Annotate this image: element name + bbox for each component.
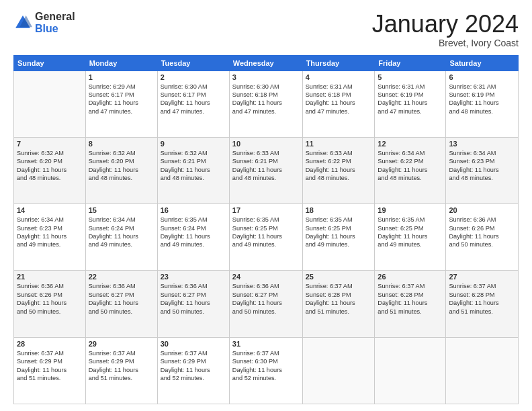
day-number: 7 (17, 140, 83, 148)
week-row-3: 21Sunrise: 6:36 AM Sunset: 6:26 PM Dayli… (14, 271, 519, 337)
header-day-tuesday: Tuesday (157, 55, 229, 71)
day-number: 2 (161, 73, 226, 81)
day-number: 12 (378, 140, 443, 148)
day-number: 31 (232, 340, 300, 348)
page: General Blue January 2024 Brevet, Ivory … (0, 0, 532, 411)
calendar-cell: 5Sunrise: 6:31 AM Sunset: 6:19 PM Daylig… (375, 71, 446, 137)
day-number: 6 (449, 73, 515, 81)
cell-info: Sunrise: 6:33 AM Sunset: 6:22 PM Dayligh… (306, 150, 355, 181)
day-number: 8 (89, 140, 154, 148)
calendar-cell (14, 71, 86, 137)
day-number: 18 (306, 206, 372, 214)
cell-info: Sunrise: 6:37 AM Sunset: 6:29 PM Dayligh… (161, 350, 210, 381)
day-number: 30 (161, 340, 226, 348)
calendar-cell: 19Sunrise: 6:35 AM Sunset: 6:25 PM Dayli… (375, 204, 446, 271)
header-row: SundayMondayTuesdayWednesdayThursdayFrid… (14, 55, 519, 71)
day-number: 11 (306, 140, 372, 148)
cell-info: Sunrise: 6:33 AM Sunset: 6:21 PM Dayligh… (232, 150, 282, 181)
calendar-cell (446, 337, 519, 404)
logo-text: General Blue (35, 11, 75, 34)
cell-info: Sunrise: 6:34 AM Sunset: 6:23 PM Dayligh… (449, 150, 498, 181)
header-day-wednesday: Wednesday (229, 55, 302, 71)
cell-info: Sunrise: 6:31 AM Sunset: 6:19 PM Dayligh… (378, 83, 427, 115)
day-number: 26 (378, 273, 443, 281)
cell-info: Sunrise: 6:32 AM Sunset: 6:21 PM Dayligh… (161, 150, 210, 181)
calendar-table: SundayMondayTuesdayWednesdayThursdayFrid… (13, 55, 519, 404)
calendar-cell: 13Sunrise: 6:34 AM Sunset: 6:23 PM Dayli… (446, 137, 519, 203)
location-subtitle: Brevet, Ivory Coast (372, 38, 519, 48)
calendar-body: 1Sunrise: 6:29 AM Sunset: 6:17 PM Daylig… (14, 71, 519, 404)
day-number: 5 (378, 73, 443, 81)
calendar-cell: 31Sunrise: 6:37 AM Sunset: 6:30 PM Dayli… (229, 337, 302, 404)
calendar-cell: 14Sunrise: 6:34 AM Sunset: 6:23 PM Dayli… (14, 204, 86, 271)
cell-info: Sunrise: 6:37 AM Sunset: 6:28 PM Dayligh… (449, 283, 498, 314)
calendar-cell: 27Sunrise: 6:37 AM Sunset: 6:28 PM Dayli… (446, 271, 519, 337)
cell-info: Sunrise: 6:34 AM Sunset: 6:22 PM Dayligh… (378, 150, 427, 181)
calendar-cell: 6Sunrise: 6:31 AM Sunset: 6:19 PM Daylig… (446, 71, 519, 137)
header: General Blue January 2024 Brevet, Ivory … (13, 11, 519, 48)
calendar-cell: 10Sunrise: 6:33 AM Sunset: 6:21 PM Dayli… (229, 137, 302, 203)
cell-info: Sunrise: 6:32 AM Sunset: 6:20 PM Dayligh… (17, 150, 66, 181)
day-number: 22 (89, 273, 154, 281)
calendar-cell: 28Sunrise: 6:37 AM Sunset: 6:29 PM Dayli… (14, 337, 86, 404)
header-day-friday: Friday (375, 55, 446, 71)
cell-info: Sunrise: 6:32 AM Sunset: 6:20 PM Dayligh… (89, 150, 138, 181)
day-number: 25 (306, 273, 372, 281)
logo-blue-text: Blue (35, 23, 75, 35)
calendar-cell: 22Sunrise: 6:36 AM Sunset: 6:27 PM Dayli… (85, 271, 157, 337)
cell-info: Sunrise: 6:37 AM Sunset: 6:29 PM Dayligh… (17, 350, 66, 381)
month-title: January 2024 (372, 11, 519, 38)
calendar-cell (375, 337, 446, 404)
calendar-cell: 7Sunrise: 6:32 AM Sunset: 6:20 PM Daylig… (14, 137, 86, 203)
day-number: 14 (17, 206, 83, 214)
calendar-header: SundayMondayTuesdayWednesdayThursdayFrid… (14, 55, 519, 71)
calendar-cell: 15Sunrise: 6:34 AM Sunset: 6:24 PM Dayli… (85, 204, 157, 271)
day-number: 16 (161, 206, 226, 214)
cell-info: Sunrise: 6:34 AM Sunset: 6:23 PM Dayligh… (17, 216, 66, 248)
day-number: 20 (449, 206, 515, 214)
calendar-cell: 2Sunrise: 6:30 AM Sunset: 6:17 PM Daylig… (157, 71, 229, 137)
cell-info: Sunrise: 6:36 AM Sunset: 6:26 PM Dayligh… (449, 216, 498, 248)
logo: General Blue (13, 11, 75, 34)
header-day-monday: Monday (85, 55, 157, 71)
calendar-cell: 25Sunrise: 6:37 AM Sunset: 6:28 PM Dayli… (302, 271, 375, 337)
cell-info: Sunrise: 6:36 AM Sunset: 6:27 PM Dayligh… (89, 283, 138, 314)
calendar-cell: 23Sunrise: 6:36 AM Sunset: 6:27 PM Dayli… (157, 271, 229, 337)
day-number: 24 (232, 273, 300, 281)
calendar-cell (302, 337, 375, 404)
week-row-1: 7Sunrise: 6:32 AM Sunset: 6:20 PM Daylig… (14, 137, 519, 203)
cell-info: Sunrise: 6:30 AM Sunset: 6:17 PM Dayligh… (161, 83, 210, 115)
day-number: 23 (161, 273, 226, 281)
day-number: 29 (89, 340, 154, 348)
cell-info: Sunrise: 6:31 AM Sunset: 6:19 PM Dayligh… (449, 83, 498, 115)
day-number: 13 (449, 140, 515, 148)
day-number: 15 (89, 206, 154, 214)
day-number: 10 (232, 140, 300, 148)
cell-info: Sunrise: 6:37 AM Sunset: 6:30 PM Dayligh… (232, 350, 282, 381)
calendar-cell: 12Sunrise: 6:34 AM Sunset: 6:22 PM Dayli… (375, 137, 446, 203)
title-block: January 2024 Brevet, Ivory Coast (372, 11, 519, 48)
cell-info: Sunrise: 6:35 AM Sunset: 6:25 PM Dayligh… (306, 216, 355, 248)
cell-info: Sunrise: 6:36 AM Sunset: 6:26 PM Dayligh… (17, 283, 66, 314)
cell-info: Sunrise: 6:34 AM Sunset: 6:24 PM Dayligh… (89, 216, 138, 248)
cell-info: Sunrise: 6:37 AM Sunset: 6:28 PM Dayligh… (378, 283, 427, 314)
calendar-cell: 26Sunrise: 6:37 AM Sunset: 6:28 PM Dayli… (375, 271, 446, 337)
header-day-saturday: Saturday (446, 55, 519, 71)
day-number: 1 (89, 73, 154, 81)
day-number: 27 (449, 273, 515, 281)
calendar-cell: 1Sunrise: 6:29 AM Sunset: 6:17 PM Daylig… (85, 71, 157, 137)
day-number: 28 (17, 340, 83, 348)
cell-info: Sunrise: 6:36 AM Sunset: 6:27 PM Dayligh… (161, 283, 210, 314)
calendar-cell: 24Sunrise: 6:36 AM Sunset: 6:27 PM Dayli… (229, 271, 302, 337)
calendar-cell: 11Sunrise: 6:33 AM Sunset: 6:22 PM Dayli… (302, 137, 375, 203)
day-number: 3 (232, 73, 300, 81)
cell-info: Sunrise: 6:36 AM Sunset: 6:27 PM Dayligh… (232, 283, 282, 314)
calendar-cell: 17Sunrise: 6:35 AM Sunset: 6:25 PM Dayli… (229, 204, 302, 271)
week-row-2: 14Sunrise: 6:34 AM Sunset: 6:23 PM Dayli… (14, 204, 519, 271)
day-number: 9 (161, 140, 226, 148)
calendar-cell: 4Sunrise: 6:31 AM Sunset: 6:18 PM Daylig… (302, 71, 375, 137)
calendar-cell: 8Sunrise: 6:32 AM Sunset: 6:20 PM Daylig… (85, 137, 157, 203)
calendar-cell: 20Sunrise: 6:36 AM Sunset: 6:26 PM Dayli… (446, 204, 519, 271)
calendar-cell: 21Sunrise: 6:36 AM Sunset: 6:26 PM Dayli… (14, 271, 86, 337)
cell-info: Sunrise: 6:31 AM Sunset: 6:18 PM Dayligh… (306, 83, 355, 115)
